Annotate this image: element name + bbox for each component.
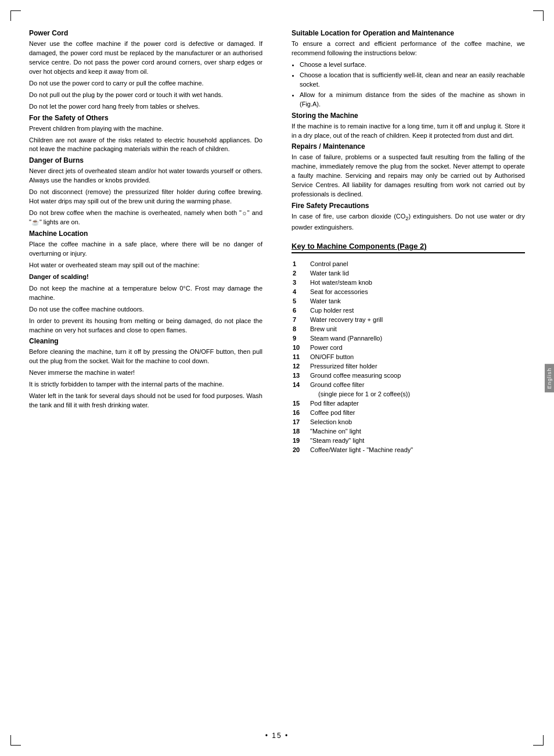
key-table-row: 18"Machine on" light: [293, 428, 524, 436]
key-item-label: Cup holder rest: [310, 307, 524, 315]
key-table-row: 7Water recovery tray + grill: [293, 316, 524, 324]
section-storing: Storing the Machine If the machine is to…: [292, 112, 525, 141]
power-cord-p4: Do not let the power cord hang freely fr…: [29, 102, 262, 112]
corner-mark-tl: [10, 10, 21, 21]
burns-p1: Never direct jets of overheated steam an…: [29, 167, 262, 185]
section-power-cord: Power Cord Never use the coffee machine …: [29, 29, 262, 112]
key-item-number: 4: [293, 288, 309, 296]
suitable-bullet-1: Choose a level surface.: [300, 60, 525, 70]
language-tab: English: [545, 364, 554, 392]
section-title-cleaning: Cleaning: [29, 337, 262, 345]
key-item-number: 16: [293, 409, 309, 417]
location-p1: Place the coffee machine in a safe place…: [29, 240, 262, 259]
key-item-label: Control panel: [310, 260, 524, 268]
key-item-label: Seat for accessories: [310, 288, 524, 296]
key-item-label: Ground coffee measuring scoop: [310, 372, 524, 380]
key-item-number: 12: [293, 363, 309, 371]
key-item-number: 9: [293, 335, 309, 343]
key-table-row: 13Ground coffee measuring scoop: [293, 372, 524, 380]
key-table-row: 1Control panel: [293, 260, 524, 268]
page-number: • 15 •: [265, 732, 289, 740]
key-item-number: 11: [293, 353, 309, 361]
key-item-label: Water recovery tray + grill: [310, 316, 524, 324]
key-item-number: 3: [293, 279, 309, 287]
corner-mark-tr: [533, 10, 544, 21]
key-table-row: 9Steam wand (Pannarello): [293, 335, 524, 343]
key-section: Key to Machine Components (Page 2) 1Cont…: [292, 242, 525, 456]
key-item-number: 6: [293, 307, 309, 315]
left-column: Power Cord Never use the coffee machine …: [29, 29, 268, 456]
power-cord-p2: Do not use the power cord to carry or pu…: [29, 79, 262, 88]
key-item-number: 14: [293, 381, 309, 389]
right-column: Suitable Location for Operation and Main…: [286, 29, 525, 456]
corner-mark-bl: [10, 735, 21, 746]
cleaning-p4: Water left in the tank for several days …: [29, 392, 262, 410]
section-safety-others: For the Safety of Others Prevent childre…: [29, 114, 262, 155]
key-table-row: 20Coffee/Water light - "Machine ready": [293, 446, 524, 454]
key-table-row: 6Cup holder rest: [293, 307, 524, 315]
key-item-number: [293, 390, 309, 399]
section-fire-safety: Fire Safety Precautions In case of fire,…: [292, 202, 525, 232]
key-item-number: 7: [293, 316, 309, 324]
key-item-label: Water tank lid: [310, 270, 524, 278]
key-item-label: Steam wand (Pannarello): [310, 335, 524, 343]
key-item-label: Power cord: [310, 344, 524, 352]
key-item-number: 20: [293, 446, 309, 454]
burns-p3: Do not brew coffee when the machine is o…: [29, 209, 262, 227]
key-item-label: Hot water/steam knob: [310, 279, 524, 287]
key-item-label: "Machine on" light: [310, 428, 524, 436]
key-item-number: 8: [293, 325, 309, 334]
key-table-row: 3Hot water/steam knob: [293, 279, 524, 287]
page: English Power Cord Never use the coffee …: [0, 0, 554, 756]
section-title-machine-location: Machine Location: [29, 230, 262, 238]
key-table-row: (single piece for 1 or 2 coffee(s)): [293, 390, 524, 399]
fire-p1: In case of fire, use carbon dioxide (CO2…: [292, 212, 525, 232]
key-table-row: 11ON/OFF button: [293, 353, 524, 361]
section-title-storing: Storing the Machine: [292, 112, 525, 120]
key-item-label: "Steam ready" light: [310, 437, 524, 445]
key-item-label: ON/OFF button: [310, 353, 524, 361]
key-table-row: 5Water tank: [293, 298, 524, 306]
section-suitable-location: Suitable Location for Operation and Main…: [292, 29, 525, 109]
key-item-number: 18: [293, 428, 309, 436]
key-table-row: 10Power cord: [293, 344, 524, 352]
key-item-label: Pressurized filter holder: [310, 363, 524, 371]
corner-mark-br: [533, 735, 544, 746]
key-item-number: 17: [293, 418, 309, 427]
key-item-label: Ground coffee filter: [310, 381, 524, 389]
suitable-bullet-3: Allow for a minimum distance from the si…: [300, 91, 525, 109]
key-table: 1Control panel2Water tank lid3Hot water/…: [292, 259, 525, 456]
location-p3: Do not keep the machine at a temperature…: [29, 284, 262, 303]
key-item-number: 10: [293, 344, 309, 352]
key-table-row: 8Brew unit: [293, 325, 524, 334]
key-item-number: 13: [293, 372, 309, 380]
storing-p1: If the machine is to remain inactive for…: [292, 122, 525, 141]
suitable-bullets: Choose a level surface. Choose a locatio…: [300, 60, 525, 109]
section-title-safety-others: For the Safety of Others: [29, 114, 262, 122]
power-cord-p3: Do not pull out the plug by the power co…: [29, 91, 262, 100]
section-title-power-cord: Power Cord: [29, 29, 262, 37]
key-item-label: (single piece for 1 or 2 coffee(s)): [310, 390, 524, 399]
key-table-row: 14Ground coffee filter: [293, 381, 524, 389]
section-title-suitable-location: Suitable Location for Operation and Main…: [292, 29, 525, 37]
key-title: Key to Machine Components (Page 2): [292, 242, 525, 253]
key-item-number: 5: [293, 298, 309, 306]
cleaning-p1: Before cleaning the machine, turn it off…: [29, 347, 262, 366]
section-title-repairs: Repairs / Maintenance: [292, 142, 525, 151]
key-item-label: Brew unit: [310, 325, 524, 334]
burns-p2: Do not disconnect (remove) the pressuriz…: [29, 188, 262, 206]
location-p5: In order to prevent its housing from mel…: [29, 317, 262, 335]
key-item-label: Coffee pod filter: [310, 409, 524, 417]
section-title-fire-safety: Fire Safety Precautions: [292, 202, 525, 210]
safety-p1: Prevent children from playing with the m…: [29, 124, 262, 134]
key-item-number: 19: [293, 437, 309, 445]
key-table-row: 19"Steam ready" light: [293, 437, 524, 445]
cleaning-p3: It is strictly forbidden to tamper with …: [29, 380, 262, 389]
key-item-label: Pod filter adapter: [310, 400, 524, 408]
key-item-label: Water tank: [310, 298, 524, 306]
section-title-danger-burns: Danger of Burns: [29, 156, 262, 164]
section-machine-location: Machine Location Place the coffee machin…: [29, 230, 262, 335]
suitable-bullet-2: Choose a location that is sufficiently w…: [300, 71, 525, 89]
section-cleaning: Cleaning Before cleaning the machine, tu…: [29, 337, 262, 410]
location-danger: Danger of scalding!: [29, 273, 262, 282]
